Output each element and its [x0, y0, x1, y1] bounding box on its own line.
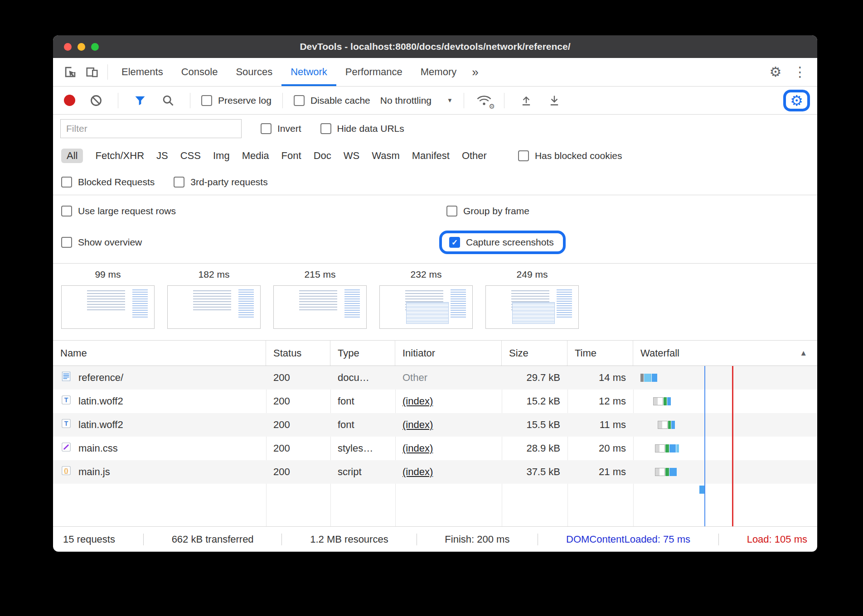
screenshot-thumbnail[interactable] [485, 285, 579, 329]
table-row[interactable]: T latin.woff2 200 font (index) 15.2 kB 1… [53, 390, 817, 413]
use-large-rows-checkbox[interactable] [61, 206, 72, 217]
chip-other[interactable]: Other [462, 150, 487, 162]
network-settings-gear-button[interactable]: ⚙ [790, 93, 803, 108]
request-type: styles… [330, 437, 395, 460]
column-header-size[interactable]: Size [502, 341, 567, 366]
filmstrip-frame[interactable]: 232 ms [379, 269, 473, 340]
table-row[interactable]: reference/ 200 docu… Other 29.7 kB 14 ms [53, 366, 817, 390]
chip-manifest[interactable]: Manifest [412, 150, 450, 162]
request-size: 37.5 kB [502, 460, 567, 484]
preserve-log-label: Preserve log [218, 95, 272, 106]
table-row[interactable]: main.css 200 styles… (index) 28.9 kB 20 … [53, 437, 817, 460]
chip-font[interactable]: Font [281, 150, 301, 162]
zoom-window-button[interactable] [91, 43, 99, 51]
kebab-menu-icon[interactable]: ⋮ [789, 61, 811, 83]
third-party-requests-checkbox[interactable] [174, 177, 184, 188]
tab-memory[interactable]: Memory [412, 58, 465, 86]
tab-console[interactable]: Console [172, 58, 227, 86]
group-by-frame-checkbox[interactable] [446, 206, 457, 217]
has-blocked-cookies-toggle[interactable]: Has blocked cookies [518, 150, 622, 161]
disable-cache-toggle[interactable]: Disable cache [294, 95, 370, 106]
blocked-requests-checkbox[interactable] [61, 177, 72, 188]
use-large-rows-toggle[interactable]: Use large request rows [61, 206, 446, 217]
import-har-icon[interactable] [515, 90, 537, 111]
has-blocked-cookies-checkbox[interactable] [518, 150, 529, 161]
capture-screenshots-checkbox[interactable]: ✓ [449, 237, 460, 248]
table-row[interactable]: T latin.woff2 200 font (index) 15.5 kB 1… [53, 413, 817, 437]
chip-css[interactable]: CSS [180, 150, 201, 162]
clear-network-log-button[interactable] [85, 90, 107, 111]
table-row[interactable]: {} main.js 200 script (index) 37.5 kB 21… [53, 460, 817, 484]
disable-cache-checkbox[interactable] [294, 95, 305, 106]
invert-toggle[interactable]: Invert [261, 123, 301, 134]
hide-data-urls-toggle[interactable]: Hide data URLs [320, 123, 404, 134]
table-row-partial[interactable] [53, 484, 817, 496]
show-overview-checkbox[interactable] [61, 237, 72, 248]
initiator-link[interactable]: (index) [402, 419, 433, 431]
network-conditions-icon[interactable]: ⚙ [475, 92, 493, 109]
column-header-initiator[interactable]: Initiator [395, 341, 502, 366]
screenshot-thumbnail[interactable] [273, 285, 367, 329]
initiator-link[interactable]: (index) [402, 443, 433, 454]
table-body: reference/ 200 docu… Other 29.7 kB 14 ms… [53, 366, 817, 526]
chip-all[interactable]: All [61, 149, 83, 163]
column-header-waterfall[interactable]: Waterfall ▲ [633, 341, 817, 366]
request-time: 12 ms [567, 390, 633, 413]
chip-doc[interactable]: Doc [314, 150, 331, 162]
resources-size: 1.2 MB resources [310, 534, 388, 545]
screenshot-thumbnail[interactable] [61, 285, 155, 329]
chip-media[interactable]: Media [242, 150, 269, 162]
filmstrip-frame[interactable]: 182 ms [167, 269, 261, 340]
tab-elements[interactable]: Elements [112, 58, 172, 86]
settings-gear-icon[interactable]: ⚙ [765, 61, 786, 83]
device-toolbar-icon[interactable] [81, 61, 103, 83]
request-time: 14 ms [567, 366, 633, 390]
capture-screenshots-toggle[interactable]: ✓ Capture screenshots [449, 237, 554, 248]
initiator-link[interactable]: (index) [402, 466, 433, 478]
column-header-name[interactable]: Name [53, 341, 266, 366]
filmstrip-frame[interactable]: 215 ms [273, 269, 367, 340]
has-blocked-cookies-label: Has blocked cookies [535, 150, 622, 161]
inspect-element-icon[interactable] [59, 61, 81, 83]
column-header-status[interactable]: Status [266, 341, 330, 366]
preserve-log-checkbox[interactable] [201, 95, 212, 106]
more-tabs-button[interactable]: » [465, 58, 485, 86]
chip-fetch-xhr[interactable]: Fetch/XHR [95, 150, 144, 162]
filter-input[interactable] [60, 119, 242, 138]
minimize-window-button[interactable] [78, 43, 85, 51]
hide-data-urls-checkbox[interactable] [320, 123, 331, 134]
main-tab-bar: Elements Console Sources Network Perform… [53, 58, 817, 87]
tab-performance[interactable]: Performance [336, 58, 412, 86]
screenshot-thumbnail[interactable] [167, 285, 261, 329]
request-initiator: Other [402, 372, 427, 384]
throttling-dropdown[interactable]: No throttling ▼ [380, 95, 453, 106]
network-settings-callout-ring: ⚙ [783, 90, 810, 111]
chip-wasm[interactable]: Wasm [372, 150, 400, 162]
group-by-frame-toggle[interactable]: Group by frame [446, 206, 809, 217]
tab-network[interactable]: Network [281, 58, 336, 86]
record-network-log-button[interactable] [64, 95, 75, 106]
domcontentloaded-time: DOMContentLoaded: 75 ms [566, 534, 690, 545]
chip-js[interactable]: JS [156, 150, 168, 162]
search-icon[interactable] [157, 90, 179, 111]
load-marker-line [732, 366, 733, 526]
filmstrip-frame[interactable]: 99 ms [61, 269, 155, 340]
close-window-button[interactable] [64, 43, 72, 51]
export-har-icon[interactable] [543, 90, 565, 111]
column-header-type[interactable]: Type [330, 341, 395, 366]
invert-checkbox[interactable] [261, 123, 272, 134]
preserve-log-toggle[interactable]: Preserve log [201, 95, 272, 106]
filmstrip-frame[interactable]: 249 ms [485, 269, 579, 340]
filter-toggle-icon[interactable] [129, 90, 151, 111]
column-header-time[interactable]: Time [567, 341, 633, 366]
blocked-requests-toggle[interactable]: Blocked Requests [61, 177, 155, 188]
tab-sources[interactable]: Sources [227, 58, 281, 86]
initiator-link[interactable]: (index) [402, 395, 433, 407]
show-overview-toggle[interactable]: Show overview [61, 237, 446, 248]
window-controls [64, 43, 99, 51]
chip-ws[interactable]: WS [344, 150, 359, 162]
table-header-row: Name Status Type Initiator Size Time Wat… [53, 341, 817, 366]
chip-img[interactable]: Img [213, 150, 230, 162]
third-party-requests-toggle[interactable]: 3rd-party requests [174, 177, 267, 188]
screenshot-thumbnail[interactable] [379, 285, 473, 329]
